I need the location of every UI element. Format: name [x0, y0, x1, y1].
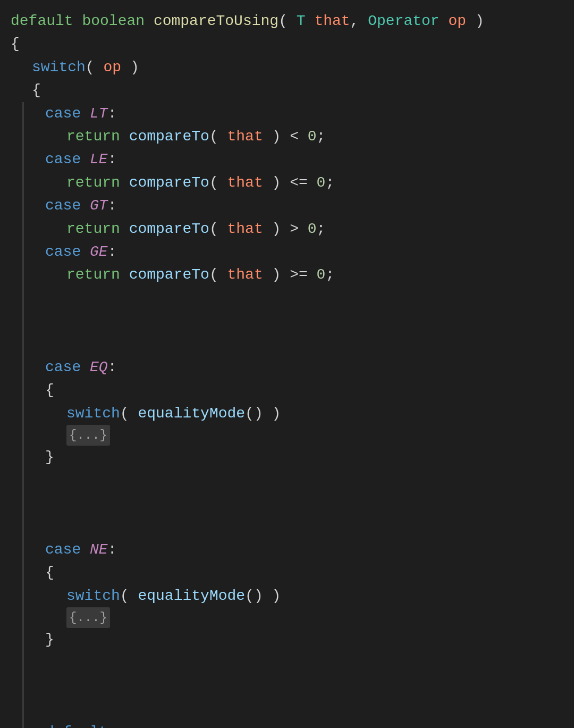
code-line-14: {	[22, 379, 563, 401]
number-0b: 0	[317, 171, 326, 194]
keyword-boolean: boolean	[82, 10, 145, 32]
case-LT: LT	[90, 102, 108, 125]
keyword-return: return	[66, 125, 120, 148]
code-line-1: default boolean compareToUsing ( T that …	[11, 10, 563, 32]
number-0d: 0	[317, 263, 326, 286]
code-line-23: default :	[22, 721, 563, 728]
keyword-case: case	[45, 102, 81, 125]
code-line-20: switch ( equalityMode () )	[22, 584, 563, 607]
code-line-4: {	[11, 79, 563, 102]
code-line-13: case EQ :	[22, 356, 563, 379]
case-GT: GT	[90, 194, 108, 217]
code-line-21: {...}	[22, 607, 563, 628]
type-operator: Operator	[368, 10, 439, 32]
keyword-case6: case	[45, 538, 81, 561]
case-GE: GE	[90, 240, 108, 263]
code-editor: default boolean compareToUsing ( T that …	[0, 10, 574, 728]
arg-that: that	[227, 125, 263, 148]
code-line-6: return compareTo ( that ) < 0 ;	[22, 125, 563, 148]
keyword-case4: case	[45, 240, 81, 263]
method-compareTo: compareTo	[129, 125, 209, 148]
arg-that2: that	[227, 171, 263, 194]
code-line-2: {	[11, 32, 563, 55]
code-line-9: case GT :	[22, 194, 563, 217]
var-op: op	[103, 56, 121, 79]
keyword-return2: return	[66, 171, 120, 194]
keyword-case2: case	[45, 148, 81, 171]
method-equalityMode: equalityMode	[138, 402, 245, 425]
keyword-return4: return	[66, 263, 120, 286]
collapsed-block-eq[interactable]: {...}	[66, 425, 110, 446]
code-line-3: switch ( op )	[11, 56, 563, 79]
param-that: that	[314, 10, 350, 32]
number-0c: 0	[308, 217, 317, 240]
code-line-16: {...}	[22, 425, 563, 446]
arg-that4: that	[227, 263, 263, 286]
number-0: 0	[308, 125, 317, 148]
code-line-10: return compareTo ( that ) > 0 ;	[22, 217, 563, 240]
method-name: compareToUsing	[154, 10, 278, 32]
code-line-8: return compareTo ( that ) <= 0 ;	[22, 171, 563, 194]
code-line-empty2	[22, 469, 563, 538]
case-LE: LE	[90, 148, 108, 171]
code-line-empty3	[22, 651, 563, 721]
keyword-case3: case	[45, 194, 81, 217]
code-line-18: case NE :	[22, 538, 563, 561]
keyword-default2: default	[45, 721, 108, 728]
method-compareTo2: compareTo	[129, 171, 209, 194]
case-NE: NE	[90, 538, 108, 561]
arg-that3: that	[227, 217, 263, 240]
method-compareTo3: compareTo	[129, 217, 209, 240]
code-line-19: {	[22, 561, 563, 584]
case-EQ: EQ	[90, 356, 108, 379]
keyword-return3: return	[66, 217, 120, 240]
keyword-switch2: switch	[66, 402, 120, 425]
code-line-15: switch ( equalityMode () )	[22, 402, 563, 425]
code-line-5: case LT :	[22, 102, 563, 125]
code-line-7: case LE :	[22, 148, 563, 171]
method-equalityMode2: equalityMode	[138, 584, 245, 607]
type-T: T	[297, 10, 306, 32]
keyword-default: default	[11, 10, 73, 32]
code-line-11: case GE :	[22, 240, 563, 263]
keyword-case5: case	[45, 356, 81, 379]
method-compareTo4: compareTo	[129, 263, 209, 286]
collapsed-block-ne[interactable]: {...}	[66, 607, 110, 628]
keyword-switch: switch	[32, 56, 86, 79]
code-line-17: }	[22, 446, 563, 468]
param-op: op	[448, 10, 466, 32]
code-line-12: return compareTo ( that ) >= 0 ;	[22, 263, 563, 286]
keyword-switch3: switch	[66, 584, 120, 607]
code-line-22: }	[22, 628, 563, 651]
code-line-empty1	[22, 287, 563, 356]
